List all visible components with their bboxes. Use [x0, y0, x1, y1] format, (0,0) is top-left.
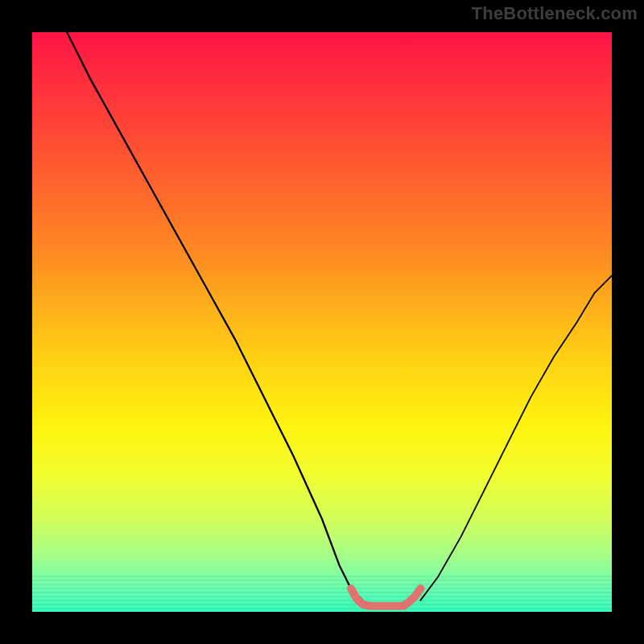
curve-right-arm [420, 275, 612, 600]
watermark-text: TheBottleneck.com [472, 3, 638, 24]
zone-marker [351, 588, 420, 606]
chart-svg [32, 32, 612, 612]
curve-left-arm [67, 32, 362, 601]
plot-area [32, 32, 612, 612]
chart-frame: TheBottleneck.com [0, 0, 644, 644]
